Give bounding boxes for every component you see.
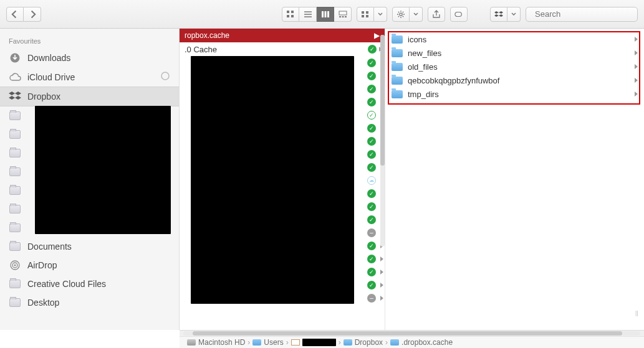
svg-rect-7 — [339, 11, 347, 15]
column-2-row[interactable]: icons — [385, 32, 644, 46]
column-1-row[interactable]: ☁ — [358, 174, 383, 187]
path-segment[interactable] — [302, 339, 336, 346]
view-list-button[interactable] — [299, 7, 317, 22]
dropbox-menu-button[interactable] — [507, 7, 521, 22]
disk-icon — [187, 339, 196, 346]
disclosure-icon — [635, 92, 638, 96]
folder-icon — [9, 204, 21, 215]
column-1-row[interactable]: ✓ — [358, 56, 383, 69]
sync-ok-icon: ✓ — [367, 72, 376, 80]
search-input[interactable] — [535, 9, 640, 19]
column-1-row[interactable]: ✓ — [358, 134, 383, 148]
svg-rect-9 — [342, 16, 344, 17]
back-button[interactable] — [6, 7, 24, 22]
folder-icon — [9, 110, 21, 121]
sync-ok-outline-icon: ✓ — [367, 111, 376, 120]
share-button[interactable] — [428, 7, 445, 22]
column-2-row[interactable]: new_files — [385, 46, 644, 60]
view-gallery-button[interactable] — [334, 7, 352, 22]
folder-icon — [252, 339, 261, 346]
folder-icon — [9, 166, 21, 177]
forward-button[interactable] — [24, 7, 41, 22]
sync-badge-icon: ✓ — [368, 45, 377, 54]
cloud-only-icon: ☁ — [367, 176, 376, 185]
dropbox-icon — [494, 10, 503, 19]
sync-ok-icon: ✓ — [367, 150, 376, 159]
horizontal-scrollbar-thumb[interactable] — [193, 331, 622, 336]
sidebar-item[interactable]: Dropbox — [0, 87, 179, 106]
column-1-row[interactable]: ✓ — [358, 121, 383, 134]
column-1-row[interactable]: ✓ — [358, 200, 383, 213]
folder-icon — [344, 339, 352, 346]
column-2-row-label: icons — [408, 35, 630, 44]
column-1-row[interactable]: ✓ — [358, 213, 383, 226]
view-icon-button[interactable] — [282, 7, 299, 22]
horizontal-scrollbar[interactable] — [180, 331, 644, 337]
sync-ok-icon: ✓ — [367, 98, 376, 106]
sidebar-item[interactable]: Desktop — [0, 293, 179, 312]
tags-button[interactable] — [450, 7, 468, 22]
path-segment[interactable]: Users — [264, 338, 283, 347]
svg-rect-14 — [366, 15, 368, 17]
folder-icon — [9, 297, 21, 308]
path-segment[interactable]: Dropbox — [355, 338, 383, 347]
action-button[interactable] — [392, 7, 410, 22]
sidebar-item[interactable]: iCloud Drive — [0, 67, 179, 87]
sync-excluded-icon: – — [367, 294, 376, 303]
column-2-row[interactable]: tmp_dirs — [385, 87, 644, 101]
svg-point-19 — [161, 72, 169, 80]
folder-icon — [9, 222, 21, 233]
view-column-button[interactable] — [317, 7, 334, 22]
dropbox-button[interactable] — [490, 7, 507, 22]
column-1-row[interactable]: ✓ — [358, 148, 383, 161]
column-1-selected-label: ropbox.cache — [185, 31, 229, 40]
column-resize-handle[interactable]: || — [635, 310, 642, 316]
column-1-row[interactable]: – — [358, 291, 383, 304]
column-1-row[interactable]: ✓ — [358, 252, 383, 265]
column-2-row-label: qebcobkqbgpbzfynfuwbof — [408, 76, 630, 85]
column-1-row[interactable]: ✓ — [358, 278, 383, 291]
search-field[interactable] — [526, 7, 638, 22]
folder-icon — [9, 278, 21, 289]
column-2-row[interactable]: qebcobkqbgpbzfynfuwbof — [385, 73, 644, 87]
sync-ok-icon: ✓ — [367, 124, 376, 133]
scrollbar-thumb[interactable] — [380, 35, 385, 166]
column-1-row[interactable]: ✓ — [358, 265, 383, 278]
sync-ok-icon: ✓ — [367, 189, 376, 198]
sidebar-item-label: iCloud Drive — [27, 72, 154, 82]
column-2-row-label: tmp_dirs — [408, 90, 630, 99]
sidebar-item[interactable]: Downloads — [0, 49, 179, 67]
column-1-row[interactable]: – — [358, 226, 383, 239]
sidebar-item[interactable]: Documents — [0, 237, 179, 256]
column-1-row[interactable]: .0 Cache ✓ — [180, 42, 385, 56]
column-1-row[interactable]: ✓ — [358, 82, 383, 95]
folder-icon — [392, 77, 403, 85]
path-segment[interactable]: .dropbox.cache — [401, 338, 453, 347]
sync-ok-icon: ✓ — [367, 202, 376, 211]
folder-icon — [392, 35, 403, 44]
column-1-row[interactable]: ✓ — [358, 187, 383, 200]
arrange-button[interactable] — [357, 7, 374, 22]
dropbox-icon — [9, 91, 21, 102]
chevron-down-icon — [511, 12, 516, 16]
column-1-row[interactable]: ✓ — [358, 239, 383, 252]
path-segment[interactable]: Macintosh HD — [198, 338, 245, 347]
dropbox-group — [490, 7, 521, 22]
action-menu-button[interactable] — [410, 7, 423, 22]
column-1-row[interactable]: ✓ — [358, 95, 383, 108]
sidebar-item[interactable]: AirDrop — [0, 256, 179, 275]
arrange-menu-button[interactable] — [374, 7, 387, 22]
column-1-row[interactable]: ✓ — [358, 108, 383, 121]
disclosure-icon — [635, 78, 638, 83]
column-1-row[interactable]: ✓ — [358, 69, 383, 82]
column-2: iconsnew_filesold_filesqebcobkqbgpbzfynf… — [385, 29, 644, 330]
sync-ok-icon: ✓ — [367, 85, 376, 93]
column-2-row[interactable]: old_files — [385, 60, 644, 73]
chevron-down-icon — [413, 12, 418, 16]
footer: Macintosh HD › Users ›› Dropbox › .dropb… — [180, 330, 644, 348]
sidebar-item[interactable]: Creative Cloud Files — [0, 275, 179, 293]
column-1-selected-item[interactable]: ropbox.cache ▶ — [180, 29, 385, 42]
icon-view-icon — [286, 10, 295, 19]
folder-icon — [9, 185, 21, 196]
column-1-row[interactable]: ✓ — [358, 161, 383, 174]
